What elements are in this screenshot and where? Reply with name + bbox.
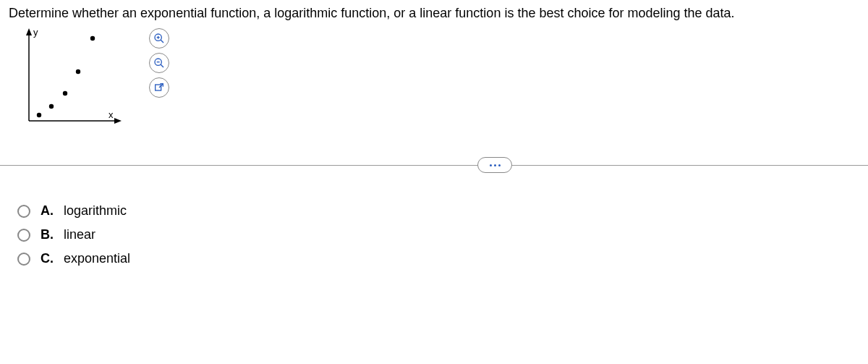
svg-rect-16: [156, 85, 161, 90]
svg-point-4: [37, 113, 41, 117]
svg-point-8: [90, 36, 95, 41]
zoom-out-icon: [153, 57, 165, 69]
option-text: linear: [64, 227, 95, 242]
open-external-icon: [153, 82, 165, 93]
zoom-out-button[interactable]: [149, 53, 169, 73]
divider-line: [0, 165, 868, 166]
open-external-button[interactable]: [149, 77, 169, 98]
zoom-in-icon: [153, 33, 165, 44]
graph-tools: [149, 28, 169, 98]
answer-options: A. logarithmic B. linear C. exponential: [17, 203, 868, 266]
question-text: Determine whether an exponential functio…: [0, 0, 868, 24]
more-button[interactable]: [477, 157, 512, 173]
scatter-plot: y x: [22, 27, 123, 128]
x-axis-label: x: [109, 109, 114, 120]
option-c[interactable]: C. exponential: [17, 251, 868, 266]
svg-marker-1: [26, 28, 32, 35]
svg-point-5: [49, 104, 54, 109]
svg-marker-3: [114, 118, 122, 124]
option-text: exponential: [64, 251, 130, 266]
y-axis-label: y: [33, 27, 38, 38]
ellipsis-icon: [490, 164, 501, 166]
zoom-in-button[interactable]: [149, 28, 169, 48]
svg-point-7: [76, 69, 80, 74]
svg-line-14: [161, 64, 163, 67]
section-divider: [0, 157, 868, 174]
radio-button[interactable]: [17, 205, 30, 218]
option-b[interactable]: B. linear: [17, 227, 868, 242]
option-letter: C.: [41, 251, 55, 266]
radio-button[interactable]: [17, 253, 30, 266]
graph-area: y x: [22, 27, 868, 128]
radio-button[interactable]: [17, 229, 30, 242]
svg-point-6: [63, 91, 67, 96]
option-letter: A.: [41, 203, 55, 219]
option-letter: B.: [41, 227, 55, 242]
svg-line-10: [161, 40, 163, 43]
option-text: logarithmic: [64, 203, 127, 219]
option-a[interactable]: A. logarithmic: [17, 203, 868, 219]
